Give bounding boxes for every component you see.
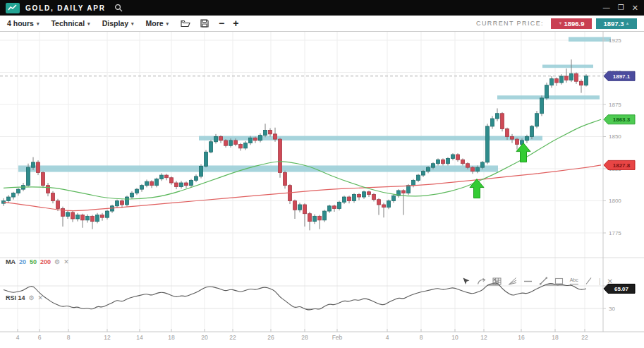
svg-text:16: 16 [518,334,525,341]
zoom-in-button[interactable]: + [233,18,238,28]
close-button[interactable]: ✕ [632,4,638,12]
more-label: More [146,19,164,28]
bid-price-badge: ▼ 1896.9 [551,18,592,29]
close-icon[interactable]: ✕ [63,258,69,265]
close-icon[interactable]: ✕ [38,294,44,301]
ask-price-value: 1897.3 [603,20,624,28]
down-tick-icon: ▼ [558,21,562,25]
chevron-down-icon: ▾ [131,21,134,27]
up-tick-icon: ▲ [626,21,630,25]
buy-arrow[interactable] [470,179,484,198]
svg-text:1925: 1925 [609,37,621,44]
minimize-button[interactable]: — [603,4,610,11]
ma-50-line [4,119,601,199]
chart-toolbar: 4 hours ▾ Technical ▾ Display ▾ More ▾ −… [0,16,644,32]
ma-200-line [4,165,601,211]
svg-text:28: 28 [301,334,308,341]
open-folder-icon[interactable] [181,20,190,28]
text-tool-icon[interactable]: Abc [570,277,578,284]
chevron-down-icon: ▾ [87,21,90,27]
svg-text:12: 12 [104,334,111,341]
fan-lines-tool-icon[interactable] [508,277,517,285]
svg-text:1850: 1850 [609,133,621,140]
chart-area: 1925190018751850182518001775703046812141… [0,32,644,348]
current-price-label: CURRENT PRICE: [476,20,544,27]
ma200-period: 200 [40,258,51,265]
svg-text:1897.1: 1897.1 [613,73,631,80]
display-label: Display [102,19,128,28]
svg-text:20: 20 [201,334,208,341]
close-drawing-toolbar-icon[interactable]: ✕ [607,277,613,285]
gear-icon[interactable]: ⚙ [29,294,35,301]
trendline-tool-icon[interactable] [539,277,548,285]
svg-text:22: 22 [581,334,588,341]
chevron-down-icon: ▾ [37,21,40,27]
svg-text:Feb: Feb [332,334,343,341]
svg-text:18: 18 [552,334,559,341]
sr-zone[interactable] [18,165,498,172]
search-icon[interactable] [114,4,123,12]
grid-tool-icon[interactable] [492,277,502,285]
buy-arrow[interactable] [516,143,530,162]
svg-text:1875: 1875 [609,102,621,108]
ma20-period: 20 [19,258,26,265]
ma-indicator-label[interactable]: MA 20 50 200 ⚙ ✕ [6,258,69,265]
rsi-oversold-fill [4,283,586,310]
toolbar-divider: | [599,277,601,285]
timeframe-dropdown[interactable]: 4 hours ▾ [7,19,39,28]
svg-text:1800: 1800 [609,198,621,204]
rsi-line [4,283,586,310]
svg-text:8: 8 [420,334,423,341]
pointer-tool-icon[interactable] [462,277,470,285]
display-dropdown[interactable]: Display ▾ [102,19,134,28]
line-tool-icon[interactable] [585,277,593,285]
rsi-label: RSI 14 [6,294,25,301]
grid [0,32,603,332]
svg-text:8: 8 [67,334,71,341]
svg-text:1775: 1775 [609,230,621,236]
last-price-badge: 1897.1 [604,71,635,80]
candlestick-series [2,59,588,230]
svg-text:14: 14 [136,334,143,341]
ma50-value-badge: 1863.3 [604,115,635,124]
app-logo-icon [6,3,20,13]
svg-text:30: 30 [609,306,615,312]
time-axis-labels: 46812141820222628Feb481012161822 [16,329,588,341]
chart-title: GOLD, DAILY APR [25,4,106,12]
bid-price-value: 1896.9 [564,20,584,28]
technical-dropdown[interactable]: Technical ▾ [51,19,90,28]
sr-zone[interactable] [542,65,593,68]
ma50-period: 50 [30,258,37,265]
more-dropdown[interactable]: More ▾ [146,19,169,28]
gear-icon[interactable]: ⚙ [54,258,60,265]
svg-text:18: 18 [168,334,175,341]
chevron-down-icon: ▾ [166,21,169,27]
ask-price-badge: 1897.3 ▲ [596,18,637,29]
ma-label: MA [6,258,16,265]
rectangle-tool-icon[interactable] [554,277,564,285]
svg-text:26: 26 [267,334,274,341]
svg-text:4: 4 [16,334,20,341]
svg-text:12: 12 [480,334,487,341]
curve-tool-icon[interactable] [477,277,486,285]
ma200-value-badge: 1827.8 [604,160,635,169]
restore-button[interactable]: ❐ [618,4,624,11]
title-bar: GOLD, DAILY APR — ❐ ✕ [0,0,644,16]
svg-text:10: 10 [451,334,458,341]
zoom-out-button[interactable]: − [219,18,224,28]
technical-label: Technical [51,19,85,28]
horizontal-line-tool-icon[interactable] [523,277,533,285]
svg-text:22: 22 [229,334,236,341]
chart-canvas[interactable]: 1925190018751850182518001775703046812141… [0,32,644,348]
svg-text:6: 6 [38,334,42,341]
sr-zone[interactable] [569,37,611,41]
save-icon[interactable] [200,19,209,28]
timeframe-label: 4 hours [7,19,34,28]
svg-text:1863.3: 1863.3 [613,116,631,123]
svg-text:4: 4 [386,334,389,341]
svg-text:1827.8: 1827.8 [613,162,631,169]
rsi-overbought-fill [4,283,586,310]
svg-text:65.07: 65.07 [614,286,629,292]
drawing-toolbar: Abc | ✕ [462,275,613,287]
rsi-indicator-label[interactable]: RSI 14 ⚙ ✕ [6,294,43,301]
